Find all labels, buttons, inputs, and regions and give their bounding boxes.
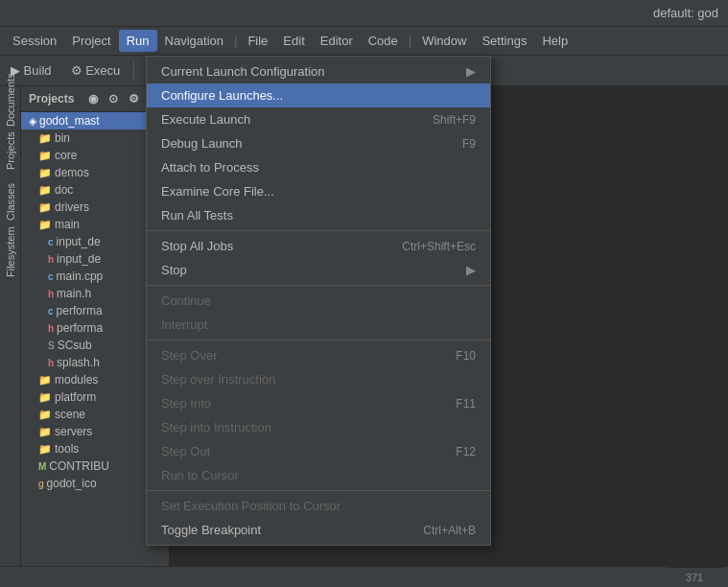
step-out-shortcut: F12 (456, 445, 476, 458)
menu-item-set-execution[interactable]: Set Execution Position to Cursor (147, 494, 490, 518)
tree-label-servers: servers (55, 425, 92, 438)
step-into-shortcut: F11 (456, 397, 476, 411)
menu-navigation[interactable]: Navigation (157, 30, 231, 52)
current-launch-arrow: ▶ (466, 64, 476, 79)
dropdown-sep-3 (147, 340, 490, 340)
tree-label-scene: scene (55, 408, 85, 421)
debug-launch-label: Debug Launch (161, 136, 434, 151)
menu-edit[interactable]: Edit (275, 30, 312, 52)
menu-item-stop-all-jobs[interactable]: Stop All Jobs Ctrl+Shift+Esc (147, 234, 490, 258)
menu-project[interactable]: Project (64, 30, 118, 52)
menu-session[interactable]: Session (5, 30, 64, 52)
exec-button[interactable]: ⚙ Execu (65, 61, 127, 80)
interrupt-label: Interrupt (161, 317, 476, 332)
menu-item-toggle-breakpoint[interactable]: Toggle Breakpoint Ctrl+Alt+B (147, 518, 490, 542)
execute-launch-shortcut: Shift+F9 (433, 113, 476, 127)
menu-item-step-into[interactable]: Step Into F11 (147, 391, 490, 415)
menu-item-run-to-cursor[interactable]: Run to Cursor (147, 463, 490, 487)
dropdown-overlay: Current Launch Configuration ▶ Configure… (146, 56, 491, 546)
menu-item-step-out[interactable]: Step Out F12 (147, 439, 490, 463)
tree-label-bin: bin (55, 131, 70, 145)
menu-file[interactable]: File (240, 30, 275, 52)
stop-all-jobs-label: Stop All Jobs (161, 239, 373, 253)
tree-icon-splash: h (48, 358, 54, 368)
menu-editor[interactable]: Editor (313, 30, 361, 52)
step-into-label: Step Into (161, 396, 427, 411)
menu-item-current-launch[interactable]: Current Launch Configuration ▶ (147, 59, 490, 83)
menu-item-configure-launches[interactable]: Configure Launches... (147, 83, 490, 107)
set-execution-label: Set Execution Position to Cursor (161, 499, 476, 513)
step-over-instruction-label: Step over Instruction (161, 372, 476, 387)
menu-item-stop[interactable]: Stop ▶ (147, 258, 490, 282)
menu-item-attach-process[interactable]: Attach to Process (147, 155, 490, 179)
tree-icon-perf2: h (48, 323, 54, 334)
file-tree-icon-2[interactable]: ⊙ (106, 91, 121, 106)
title-bar: default: god (0, 0, 728, 27)
tree-label-perf1: performa (57, 304, 103, 317)
menu-settings[interactable]: Settings (474, 30, 534, 52)
debug-launch-shortcut: F9 (462, 137, 476, 151)
menu-item-step-into-instruction[interactable]: Step into Instruction (147, 415, 490, 439)
toolbar-sep-1 (133, 61, 134, 81)
tree-label-input1: input_de (57, 235, 101, 248)
menu-run[interactable]: Run (119, 30, 157, 52)
tree-label-main-cpp: main.cpp (57, 270, 104, 283)
menu-item-continue[interactable]: Continue (147, 289, 490, 313)
tree-label-core: core (55, 149, 77, 162)
step-into-instruction-label: Step into Instruction (161, 420, 476, 434)
tree-icon-demos: 📁 (38, 167, 52, 179)
tree-icon-input2: h (48, 254, 54, 265)
tree-icon-tools: 📁 (38, 443, 52, 456)
tree-label-demos: demos (55, 166, 89, 179)
configure-launches-label: Configure Launches... (161, 88, 476, 103)
sidebar-tab-documents[interactable]: Documents (2, 91, 19, 108)
stop-label: Stop (161, 263, 457, 277)
menu-item-examine-core[interactable]: Examine Core File... (147, 179, 490, 203)
file-tree-title: Projects (29, 92, 74, 106)
dropdown-sep-4 (147, 490, 490, 491)
step-over-label: Step Over (161, 348, 427, 363)
menu-code[interactable]: Code (361, 30, 406, 52)
dropdown-sep-1 (147, 230, 490, 231)
file-tree-icon-3[interactable]: ⚙ (126, 91, 141, 106)
menu-item-execute-launch[interactable]: Execute Launch Shift+F9 (147, 107, 490, 131)
run-menu: Current Launch Configuration ▶ Configure… (146, 56, 491, 546)
tree-label-main: main (55, 218, 80, 231)
sidebar-tab-filesystem[interactable]: Filesystem (2, 244, 19, 261)
menu-sep-2: | (409, 34, 411, 48)
sidebar-tab-projects[interactable]: Projects (2, 142, 19, 159)
menu-item-step-over[interactable]: Step Over F10 (147, 343, 490, 367)
sidebar-icons: Documents Projects Classes Filesystem (0, 86, 21, 587)
tree-label-contribu: CONTRIBU (49, 459, 109, 473)
attach-process-label: Attach to Process (161, 160, 476, 175)
sidebar-tab-classes[interactable]: Classes (2, 193, 19, 210)
menu-sep-1: | (234, 34, 237, 48)
toggle-breakpoint-label: Toggle Breakpoint (161, 523, 394, 537)
tree-label-tools: tools (55, 442, 79, 456)
tree-icon-godot: ◈ (29, 115, 36, 128)
menu-item-interrupt[interactable]: Interrupt (147, 313, 490, 337)
tree-label-scsub: SCsub (58, 339, 92, 352)
tree-icon-contribu: M (38, 461, 46, 472)
tree-icon-doc: 📁 (38, 184, 52, 197)
tree-icon-servers: 📁 (38, 426, 52, 438)
menu-window[interactable]: Window (414, 30, 474, 52)
menu-help[interactable]: Help (534, 30, 575, 52)
tree-icon-main-cpp: c (48, 271, 54, 282)
file-tree-icon-1[interactable]: ◉ (85, 91, 101, 106)
tree-icon-scsub: S (48, 340, 55, 351)
dropdown-sep-2 (147, 285, 490, 286)
tree-label-doc: doc (55, 183, 73, 197)
tree-label-godot-ico: godot_ico (47, 477, 97, 490)
tree-icon-modules: 📁 (38, 374, 52, 387)
menu-item-debug-launch[interactable]: Debug Launch F9 (147, 131, 490, 155)
tree-label-splash: splash.h (57, 356, 100, 369)
toggle-breakpoint-shortcut: Ctrl+Alt+B (423, 524, 476, 537)
line-number: 371 (666, 567, 723, 588)
status-bar: 371 (0, 566, 728, 587)
tree-icon-core: 📁 (38, 150, 52, 162)
tree-icon-drivers: 📁 (38, 201, 52, 214)
menu-item-step-over-instruction[interactable]: Step over Instruction (147, 367, 490, 391)
current-launch-label: Current Launch Configuration (161, 64, 457, 79)
menu-item-run-all-tests[interactable]: Run All Tests (147, 203, 490, 227)
